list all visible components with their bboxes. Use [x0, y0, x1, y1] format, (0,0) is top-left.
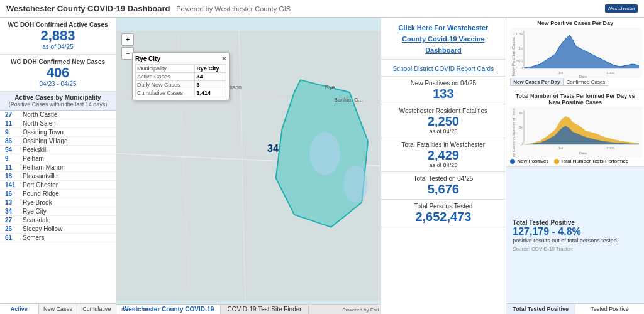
- municipality-name: Rye Brook: [23, 199, 111, 206]
- new-positives-label: New Positives on 04/25: [387, 80, 500, 87]
- table-row: Active Cases34: [136, 73, 226, 81]
- bottom-tab-tested-positive[interactable]: Tested Positive: [575, 304, 644, 314]
- dashboard-title: Westchester County COVID-19 Dashboard: [6, 4, 170, 13]
- chart1-tab-confirmed-cases[interactable]: Confirmed Cases: [564, 78, 609, 86]
- popup-close-icon[interactable]: ✕: [221, 55, 226, 62]
- svg-text:Jul: Jul: [558, 71, 563, 75]
- popup-label: Cumulative Cases: [136, 89, 195, 97]
- svg-text:1k: 1k: [519, 46, 523, 50]
- legend-color: [510, 159, 515, 164]
- table-row: Cumulative Cases1,414: [136, 89, 226, 97]
- bottom-tab-total-tested-positiv[interactable]: Total Tested Positive: [506, 304, 575, 314]
- list-item: 34Rye City: [0, 207, 116, 216]
- municipality-count: 61: [5, 234, 23, 241]
- municipality-name: Pelham Manor: [23, 164, 111, 171]
- list-item: 27North Castle: [0, 111, 116, 119]
- popup-value: 34: [195, 73, 226, 81]
- municipality-name: Port Chester: [23, 181, 111, 188]
- popup-label: Active Cases: [136, 73, 195, 81]
- svg-text:2021: 2021: [607, 71, 616, 75]
- municipality-name: North Salem: [23, 120, 111, 127]
- bottom-stat-label: Total Tested Positive: [513, 219, 638, 226]
- left-tab-cumulative[interactable]: Cumulative: [77, 304, 116, 314]
- svg-text:Rye: Rye: [325, 84, 335, 90]
- map-attribution-left: Esri · HERE: [121, 307, 148, 313]
- table-row: Daily New Cases3: [136, 81, 226, 89]
- svg-text:Bankio, G...: Bankio, G...: [334, 97, 363, 103]
- map-popup: Rye City ✕ MunicipalityRye CityActive Ca…: [132, 52, 230, 100]
- list-item: 54Peekskill: [0, 146, 116, 154]
- municipality-name: Somers: [23, 234, 111, 241]
- svg-point-7: [309, 132, 340, 175]
- svg-text:1.5k: 1.5k: [516, 32, 523, 36]
- bottom-stat-box: Total Tested Positive 127,179 - 4.8% pos…: [506, 167, 644, 303]
- header-title: Westchester County COVID-19 Dashboard Po…: [6, 4, 291, 13]
- svg-text:2021: 2021: [607, 146, 616, 150]
- municipality-count: 141: [5, 181, 23, 188]
- fatalities-date: as of 04/25: [387, 128, 500, 134]
- school-link-box: School District COVID Report Cards: [381, 60, 506, 77]
- chart2-legend: New PositivesTotal Number Tests Performe…: [510, 158, 640, 164]
- svg-text:New Cases vs Number of Tests: New Cases vs Number of Tests: [512, 108, 516, 157]
- municipality-count: 13: [5, 199, 23, 206]
- map-tab-covid-19-test-site-f[interactable]: COVID-19 Test Site Finder: [221, 305, 308, 314]
- bottom-tabs-charts: Total Tested PositiveTested Positive: [506, 303, 644, 314]
- list-item: 13Rye Brook: [0, 198, 116, 207]
- new-positives-value: 133: [387, 87, 500, 100]
- list-item: 86Ossining Village: [0, 137, 116, 146]
- total-persons-value: 2,652,473: [387, 210, 500, 224]
- municipality-count: 18: [5, 173, 23, 180]
- chart1-section: New Positive Cases Per Day New Positive …: [506, 18, 644, 90]
- left-tab-active[interactable]: Active: [0, 304, 39, 314]
- municipality-name: Ossining Town: [23, 129, 111, 136]
- legend-item: New Positives: [510, 158, 548, 164]
- list-item: 27Scarsdale: [0, 216, 116, 225]
- left-tab-new-cases[interactable]: New Cases: [39, 304, 78, 314]
- vaccine-link-box: Click Here For Westchester County Covid-…: [381, 18, 506, 60]
- left-panel: WC DOH Confirmed Active Cases 2,883 as o…: [0, 18, 116, 314]
- municipality-name: Scarsdale: [23, 217, 111, 224]
- list-item: 11North Salem: [0, 119, 116, 128]
- total-tested-value: 5,676: [387, 182, 500, 196]
- legend-color: [554, 159, 559, 164]
- svg-text:3k: 3k: [519, 126, 523, 129]
- municipality-name: North Castle: [23, 111, 111, 118]
- popup-title: Rye City ✕: [135, 55, 226, 62]
- popup-value: 3: [195, 81, 226, 89]
- municipality-count: 9: [5, 129, 23, 136]
- powered-by: Powered by Westchester County GIS: [176, 5, 291, 13]
- municipality-name: Rye City: [23, 208, 111, 215]
- left-tabs: ActiveNew CasesCumulative: [0, 303, 116, 314]
- total-tested-label: Total Tested on 04/25: [387, 175, 500, 182]
- municipality-count: 16: [5, 190, 23, 197]
- school-link[interactable]: School District COVID Report Cards: [393, 65, 494, 72]
- municipality-name: Ossining Village: [23, 138, 111, 144]
- header-logo: Westchester: [605, 4, 638, 13]
- vaccine-link[interactable]: Click Here For Westchester County Covid-…: [398, 24, 488, 54]
- svg-text:500: 500: [516, 59, 523, 63]
- total-fatalities-date: as of 04/25: [387, 162, 500, 168]
- confirmed-new-date: 04/23 - 04/25: [6, 80, 109, 87]
- confirmed-active-box: WC DOH Confirmed Active Cases 2,883 as o…: [0, 18, 116, 55]
- popup-title-text: Rye City: [135, 55, 160, 62]
- logo-box: Westchester: [605, 4, 638, 13]
- confirmed-new-value: 406: [6, 65, 109, 80]
- chart1-tabs: New Cases Per DayConfirmed Cases: [510, 78, 640, 86]
- svg-text:Jul: Jul: [558, 146, 563, 150]
- municipality-count: 86: [5, 138, 23, 144]
- total-fatalities-label: Total Fatalities in Westchester: [387, 141, 500, 148]
- zoom-in-button[interactable]: +: [121, 33, 134, 46]
- total-persons-label: Total Persons Tested: [387, 203, 500, 210]
- fatalities-value: 2,250: [387, 114, 500, 128]
- popup-value: 1,414: [195, 89, 226, 97]
- municipality-count: 27: [5, 217, 23, 224]
- confirmed-new-box: WC DOH Confirmed New Cases 406 04/23 - 0…: [0, 55, 116, 92]
- list-item: 26Sleepy Hollow: [0, 225, 116, 234]
- chart1-tab-new-cases-per-d[interactable]: New Cases Per Day: [510, 78, 563, 86]
- svg-text:New Positive Cases: New Positive Cases: [511, 36, 516, 76]
- svg-text:0: 0: [521, 142, 523, 146]
- municipality-count: 11: [5, 164, 23, 171]
- center-right: Click Here For Westchester County Covid-…: [380, 18, 645, 314]
- table-row: MunicipalityRye City: [136, 65, 226, 73]
- svg-text:6k: 6k: [519, 111, 523, 115]
